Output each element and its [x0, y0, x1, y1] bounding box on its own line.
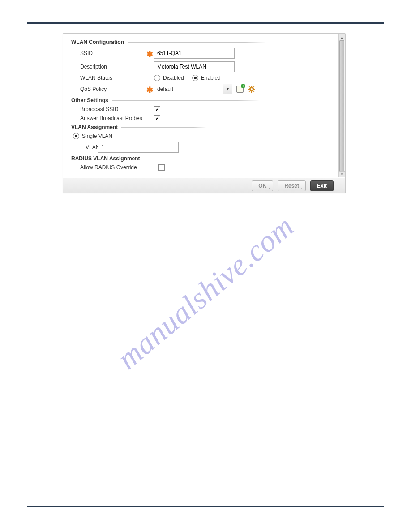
- divider: [112, 100, 260, 101]
- svg-rect-5: [249, 86, 250, 88]
- qos-label: QoS Policy: [71, 86, 145, 92]
- qos-select[interactable]: default ▼: [154, 84, 232, 94]
- description-input[interactable]: [154, 61, 235, 72]
- group-title-radius: RADIUS VLAN Assignment: [71, 155, 255, 162]
- ssid-label: SSID: [71, 50, 145, 56]
- row-wlan-status: WLAN Status ✱ Disabled Enabled: [71, 75, 339, 81]
- qos-select-value: default: [154, 86, 223, 92]
- broadcast-ssid-label: Broadcast SSID: [71, 106, 145, 112]
- row-ssid: SSID ✱: [71, 48, 339, 59]
- divider: [121, 127, 206, 128]
- answer-probes-checkbox[interactable]: ✓: [154, 115, 160, 121]
- group-title-vlan-text: VLAN Assignment: [71, 124, 118, 130]
- exit-button-label: Exit: [317, 183, 327, 189]
- ok-button[interactable]: OK ×: [252, 180, 273, 191]
- required-star-icon: ✱: [145, 52, 154, 56]
- allow-override-label: Allow RADIUS Override: [71, 164, 150, 171]
- add-policy-button[interactable]: +: [236, 85, 244, 93]
- reset-button-label: Reset: [284, 183, 299, 189]
- description-label: Description: [71, 64, 145, 70]
- answer-probes-label: Answer Broadcast Probes: [71, 115, 145, 121]
- broadcast-ssid-checkbox[interactable]: ✓: [154, 106, 160, 112]
- group-title-other: Other Settings: [71, 97, 266, 103]
- add-document-icon: +: [236, 86, 244, 93]
- svg-point-9: [251, 88, 253, 90]
- svg-rect-4: [254, 89, 255, 90]
- radio-single-vlan[interactable]: Single VLAN: [69, 133, 112, 139]
- bottom-rule: [27, 506, 384, 507]
- gear-icon: [248, 86, 255, 93]
- check-icon: ✓: [155, 116, 159, 121]
- button-sub: ×: [301, 187, 303, 190]
- ok-button-label: OK: [258, 183, 266, 189]
- radio-disabled-label: Disabled: [163, 75, 184, 81]
- group-title-wlan: WLAN Configuration: [71, 39, 266, 45]
- panel-footer: OK × Reset × Exit: [63, 178, 345, 193]
- row-vlan-value: VLAN: [71, 142, 339, 153]
- radio-enabled-label: Enabled: [201, 75, 221, 81]
- ssid-input[interactable]: [154, 48, 235, 59]
- svg-rect-3: [248, 89, 249, 90]
- row-answer-probes: Answer Broadcast Probes ✱ ✓: [71, 115, 339, 121]
- scroll-thumb[interactable]: [339, 40, 344, 171]
- wlan-status-radios: Disabled Enabled: [154, 75, 221, 81]
- wlan-status-label: WLAN Status: [71, 75, 145, 81]
- chevron-down-icon: ▼: [223, 84, 232, 94]
- group-title-wlan-text: WLAN Configuration: [71, 39, 124, 45]
- svg-rect-6: [253, 86, 255, 88]
- svg-rect-8: [253, 91, 255, 92]
- qos-controls: default ▼ +: [154, 84, 256, 94]
- scroll-down-icon[interactable]: ▼: [339, 171, 345, 177]
- row-single-vlan: Single VLAN: [69, 133, 339, 139]
- divider: [144, 159, 229, 159]
- row-allow-override: Allow RADIUS Override ✱: [71, 164, 339, 171]
- vlan-input[interactable]: [98, 142, 179, 153]
- radio-icon: [154, 75, 160, 81]
- group-title-vlan: VLAN Assignment: [71, 124, 214, 130]
- single-vlan-label: Single VLAN: [82, 133, 112, 139]
- check-icon: ✓: [155, 107, 159, 112]
- svg-rect-1: [251, 86, 252, 87]
- vlan-label: VLAN: [71, 144, 98, 150]
- row-broadcast-ssid: Broadcast SSID ✱ ✓: [71, 106, 339, 112]
- radio-icon: [73, 133, 79, 139]
- watermark: manualshive.com: [110, 209, 300, 377]
- svg-rect-2: [251, 91, 252, 93]
- radio-enabled[interactable]: Enabled: [192, 75, 221, 81]
- divider: [128, 42, 266, 43]
- radio-icon: [192, 75, 198, 81]
- group-title-radius-text: RADIUS VLAN Assignment: [71, 155, 140, 162]
- row-description: Description ✱: [71, 61, 339, 72]
- settings-button[interactable]: [248, 85, 256, 93]
- exit-button[interactable]: Exit: [310, 180, 334, 191]
- scrollbar[interactable]: ▲ ▼: [338, 34, 345, 177]
- group-title-other-text: Other Settings: [71, 97, 108, 103]
- scroll-up-icon[interactable]: ▲: [339, 34, 345, 40]
- svg-rect-7: [249, 91, 250, 92]
- wlan-config-panel: WLAN Configuration SSID ✱ Description ✱ …: [63, 33, 346, 193]
- top-rule: [27, 22, 384, 24]
- button-sub: ×: [268, 187, 270, 190]
- row-qos: QoS Policy ✱ default ▼ +: [71, 84, 339, 94]
- allow-override-checkbox[interactable]: [158, 164, 165, 171]
- radio-disabled[interactable]: Disabled: [154, 75, 184, 81]
- reset-button[interactable]: Reset ×: [278, 180, 306, 191]
- required-star-icon: ✱: [145, 88, 154, 92]
